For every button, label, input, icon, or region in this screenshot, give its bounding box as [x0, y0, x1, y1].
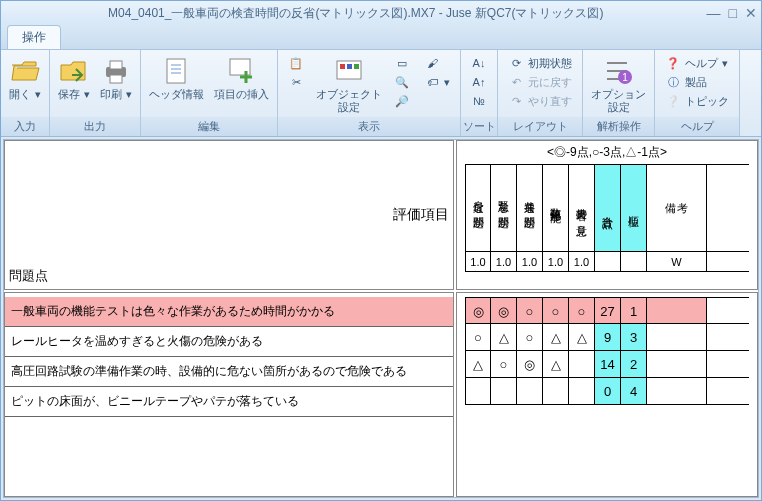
eval-items-label: 評価項目: [393, 206, 449, 224]
svg-text:1: 1: [622, 72, 628, 83]
ribbon-group-output-label: 出力: [50, 117, 140, 136]
matrix-cell[interactable]: △: [491, 324, 517, 350]
rank-cell: 1: [621, 298, 647, 323]
tag-button[interactable]: 🏷▾: [420, 73, 454, 91]
weight-cell[interactable]: 1.0: [543, 252, 569, 271]
initial-state-button[interactable]: ⟳初期状態: [504, 54, 576, 72]
document-icon: [161, 55, 193, 87]
note-cell[interactable]: [647, 324, 707, 350]
print-button[interactable]: 印刷 ▾: [96, 52, 136, 117]
topic-button[interactable]: ❔トピック: [661, 92, 733, 110]
titlebar: M04_0401_一般車両の検査時間の反省(マトリックス図).MX7 - Jus…: [1, 1, 761, 25]
folder-open-icon: [9, 55, 41, 87]
option-settings-button[interactable]: 1 オプション 設定: [587, 52, 650, 117]
weight-cell[interactable]: 1.0: [465, 252, 491, 271]
header-info-button[interactable]: ヘッダ情報: [145, 52, 208, 117]
matrix-cell[interactable]: ○: [517, 298, 543, 323]
matrix-row: ◎◎○○○271: [465, 297, 749, 324]
refresh-icon: ⟳: [508, 55, 524, 71]
weight-cell[interactable]: W: [647, 252, 707, 271]
maximize-button[interactable]: □: [729, 5, 737, 21]
total-cell: 0: [595, 378, 621, 404]
svg-rect-2: [110, 75, 122, 83]
note-cell[interactable]: [647, 378, 707, 404]
column-header[interactable]: 備考: [647, 165, 707, 251]
note-cell[interactable]: [647, 351, 707, 377]
tag-icon: 🏷: [424, 74, 440, 90]
total-cell: 9: [595, 324, 621, 350]
zoom-in-icon: 🔎: [394, 93, 410, 109]
column-header[interactable]: 順位: [621, 165, 647, 251]
insert-item-button[interactable]: 項目の挿入: [210, 52, 273, 117]
tab-operation[interactable]: 操作: [7, 25, 61, 49]
matrix-cell[interactable]: △: [543, 324, 569, 350]
matrix-cell[interactable]: [517, 378, 543, 404]
sort-num-button[interactable]: №: [467, 92, 491, 110]
problem-row[interactable]: レールヒータを温めすぎると火傷の危険がある: [5, 327, 453, 357]
magnify-plus-button[interactable]: 🔎: [390, 92, 414, 110]
weight-cell[interactable]: 1.0: [569, 252, 595, 271]
weight-cell[interactable]: [595, 252, 621, 271]
ribbon-group-analysis-label: 解析操作: [583, 117, 654, 136]
undo-button[interactable]: ↶元に戻す: [504, 73, 576, 91]
printer-icon: [100, 55, 132, 87]
help-button[interactable]: ❓ヘルプ ▾: [661, 54, 733, 72]
save-button[interactable]: 保存 ▾: [54, 52, 94, 117]
problem-row[interactable]: 一般車両の機能テストは色々な作業があるため時間がかかる: [5, 297, 453, 327]
matrix-cell[interactable]: [543, 378, 569, 404]
matrix-cell[interactable]: △: [569, 324, 595, 350]
weight-cell[interactable]: 1.0: [491, 252, 517, 271]
tab-bar: 操作: [1, 25, 761, 49]
topic-icon: ❔: [665, 93, 681, 109]
weight-cell[interactable]: [621, 252, 647, 271]
sort-desc-icon: A↑: [471, 74, 487, 90]
cut-button[interactable]: ✂: [284, 73, 308, 91]
ribbon-group-layout-label: レイアウト: [498, 117, 582, 136]
matrix-cell[interactable]: ○: [543, 298, 569, 323]
matrix-cell[interactable]: △: [465, 351, 491, 377]
matrix-cell[interactable]: △: [543, 351, 569, 377]
matrix-cell[interactable]: [465, 378, 491, 404]
column-header[interactable]: 共通な問題か: [517, 165, 543, 251]
matrix-cell[interactable]: ○: [517, 324, 543, 350]
matrix-row: 04: [465, 378, 749, 405]
matrix-cell[interactable]: [491, 378, 517, 404]
matrix-cell[interactable]: ◎: [491, 298, 517, 323]
product-button[interactable]: ⓘ製品: [661, 73, 733, 91]
minimize-button[interactable]: —: [707, 5, 721, 21]
note-cell[interactable]: [647, 298, 707, 323]
matrix-cell[interactable]: [569, 351, 595, 377]
help-icon: ❓: [665, 55, 681, 71]
close-button[interactable]: ✕: [745, 5, 757, 21]
shape-icon: ▭: [394, 55, 410, 71]
magnify-minus-button[interactable]: 🔍: [390, 73, 414, 91]
column-header[interactable]: 緊急な問題か: [491, 165, 517, 251]
copy-button[interactable]: 📋: [284, 54, 308, 72]
redo-icon: ↷: [508, 93, 524, 109]
weight-cell[interactable]: 1.0: [517, 252, 543, 271]
open-button[interactable]: 開く ▾: [5, 52, 45, 117]
problem-label: 問題点: [9, 267, 48, 285]
column-header[interactable]: 支持者の意見: [569, 165, 595, 251]
matrix-cell[interactable]: ○: [465, 324, 491, 350]
redo-button[interactable]: ↷やり直す: [504, 92, 576, 110]
column-header[interactable]: 数値化可能か: [543, 165, 569, 251]
problem-row[interactable]: ピットの床面が、ビニールテープやパテが落ちている: [5, 387, 453, 417]
brush-icon: 🖌: [424, 55, 440, 71]
sort-desc-button[interactable]: A↑: [467, 73, 491, 91]
svg-rect-10: [347, 64, 352, 69]
sort-asc-button[interactable]: A↓: [467, 54, 491, 72]
brush-button[interactable]: 🖌: [420, 54, 454, 72]
object-settings-button[interactable]: オブジェクト 設定: [312, 52, 386, 117]
matrix-cell[interactable]: ◎: [517, 351, 543, 377]
shape-button[interactable]: ▭: [390, 54, 414, 72]
problem-row[interactable]: 高圧回路試験の準備作業の時、設備的に危ない箇所があるので危険である: [5, 357, 453, 387]
column-header[interactable]: 身近な問題か: [465, 165, 491, 251]
rank-cell: 3: [621, 324, 647, 350]
column-header[interactable]: 合計点: [595, 165, 621, 251]
matrix-cell[interactable]: ○: [491, 351, 517, 377]
matrix-cell[interactable]: ○: [569, 298, 595, 323]
matrix-cell[interactable]: ◎: [465, 298, 491, 323]
ribbon: 開く ▾ 入力 保存 ▾ 印刷 ▾ 出力: [1, 49, 761, 137]
matrix-cell[interactable]: [569, 378, 595, 404]
